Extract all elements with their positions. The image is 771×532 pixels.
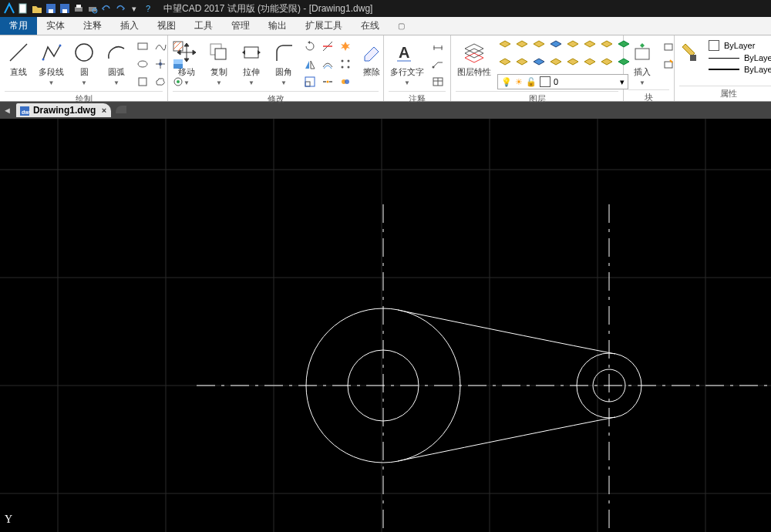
layer-freeze-icon[interactable] <box>582 56 598 72</box>
scale-icon[interactable] <box>302 74 318 89</box>
app-icon[interactable] <box>3 2 15 15</box>
print-icon[interactable] <box>72 2 85 15</box>
layer-properties-button[interactable]: 图层特性 <box>456 39 493 79</box>
layer-state-1-icon[interactable] <box>497 39 513 54</box>
circle-button[interactable]: 圆 ▼ <box>70 39 98 88</box>
close-icon[interactable]: × <box>102 106 106 115</box>
array-icon[interactable] <box>338 56 353 72</box>
svg-point-40 <box>327 81 329 83</box>
tab-common[interactable]: 常用 <box>0 17 37 35</box>
tab-overflow-icon[interactable]: ▢ <box>389 19 414 32</box>
trim-icon[interactable] <box>320 39 335 54</box>
explode-icon[interactable] <box>338 39 353 54</box>
layer-state-5-icon[interactable] <box>565 39 581 54</box>
stretch-button[interactable]: 拉伸 ▼ <box>237 39 265 88</box>
help-icon[interactable]: ? <box>142 2 154 15</box>
document-tab[interactable]: dwg Drawing1.dwg × <box>16 103 111 117</box>
rectangle-icon[interactable] <box>135 39 150 54</box>
undo-icon[interactable] <box>100 2 113 15</box>
block-icon <box>630 40 655 65</box>
move-icon <box>174 40 199 65</box>
insert-block-button[interactable]: 插入 ▼ <box>628 39 656 88</box>
polyline-button[interactable]: 多段线 ▼ <box>37 39 66 88</box>
linetype-bylayer-row[interactable]: ByLayer <box>709 53 771 62</box>
chevron-down-icon: ▼ <box>404 79 410 86</box>
tab-manage[interactable]: 管理 <box>222 17 259 35</box>
svg-rect-6 <box>76 5 81 8</box>
svg-point-32 <box>342 60 344 62</box>
copy-button[interactable]: 复制 ▼ <box>205 39 233 88</box>
tab-extend[interactable]: 扩展工具 <box>296 17 352 35</box>
tab-view[interactable]: 视图 <box>148 17 185 35</box>
mirror-icon[interactable] <box>302 56 318 72</box>
spline-icon[interactable] <box>153 39 168 54</box>
table-icon[interactable] <box>430 74 446 89</box>
qat-dropdown-icon[interactable]: ▾ <box>128 2 140 15</box>
layer-state-7-icon[interactable] <box>599 39 614 54</box>
layer-iso-icon[interactable] <box>497 56 513 72</box>
new-tab-icon[interactable] <box>114 103 128 118</box>
match-properties-button[interactable] <box>679 39 701 66</box>
rotate-icon[interactable] <box>302 39 318 54</box>
svg-point-48 <box>433 66 435 69</box>
layer-off-icon[interactable] <box>514 56 530 72</box>
layer-on-icon[interactable] <box>531 56 547 72</box>
save-as-icon[interactable] <box>59 2 71 15</box>
redo-icon[interactable] <box>114 2 126 15</box>
block-edit-icon[interactable] <box>661 56 676 72</box>
svg-point-10 <box>42 59 44 61</box>
svg-rect-55 <box>690 55 696 61</box>
panel-annotate: A 多行文字 ▼ 注释 <box>384 35 451 101</box>
tab-insert[interactable]: 插入 <box>111 17 148 35</box>
chevron-down-icon: ▼ <box>639 79 645 86</box>
polygon-icon[interactable] <box>135 74 150 89</box>
color-bylayer-row[interactable]: ByLayer <box>709 40 771 51</box>
lineweight-bylayer-row[interactable]: ByLayer <box>709 65 771 74</box>
layer-state-6-icon[interactable] <box>582 39 598 54</box>
layer-dropdown[interactable]: 💡 ☀ 🔓 0 ▾ <box>497 74 628 89</box>
fillet-button[interactable]: 圆角 ▼ <box>270 39 298 88</box>
block-create-icon[interactable] <box>661 39 676 54</box>
ellipse-icon[interactable] <box>135 56 150 72</box>
circle-icon <box>72 40 96 65</box>
mtext-button[interactable]: A 多行文字 ▼ <box>389 39 426 88</box>
layer-unlock-icon[interactable] <box>565 56 581 72</box>
chevron-down-icon: ▼ <box>248 79 254 86</box>
polyline-icon <box>39 40 64 65</box>
layer-state-2-icon[interactable] <box>514 39 530 54</box>
layer-thaw-icon[interactable] <box>599 56 614 72</box>
svg-rect-52 <box>635 49 649 59</box>
tab-output[interactable]: 输出 <box>259 17 296 35</box>
drawing-canvas[interactable]: Y <box>0 119 771 532</box>
layer-state-3-icon[interactable] <box>531 39 547 54</box>
save-icon[interactable] <box>45 2 57 15</box>
break-icon[interactable] <box>320 74 335 89</box>
print-preview-icon[interactable] <box>86 2 99 15</box>
chevron-down-icon: ▼ <box>216 79 222 86</box>
revcloud-icon[interactable] <box>153 74 168 89</box>
line-button[interactable]: 直线 <box>5 39 32 79</box>
tab-online[interactable]: 在线 <box>352 17 389 35</box>
join-icon[interactable] <box>338 74 353 89</box>
erase-button[interactable]: 擦除 <box>358 39 386 79</box>
window-title: 中望CAD 2017 试用版 (功能受限) - [Drawing1.dwg] <box>163 2 372 15</box>
arc-button[interactable]: 圆弧 ▼ <box>103 39 130 88</box>
layer-lock-icon[interactable] <box>548 56 564 72</box>
tab-scroll-left-icon[interactable]: ◄ <box>3 106 12 115</box>
open-icon[interactable] <box>31 2 43 15</box>
layer-state-4-icon[interactable] <box>548 39 564 54</box>
tab-tools[interactable]: 工具 <box>185 17 222 35</box>
svg-rect-28 <box>215 49 226 59</box>
point-icon[interactable] <box>153 56 168 72</box>
line-sample-icon <box>709 58 739 59</box>
tab-solid[interactable]: 实体 <box>37 17 74 35</box>
leader-icon[interactable] <box>430 56 446 72</box>
new-file-icon[interactable] <box>17 2 29 15</box>
chevron-down-icon: ▼ <box>49 79 55 86</box>
move-button[interactable]: 移动 ▼ <box>173 39 200 88</box>
dimension-icon[interactable] <box>430 39 446 54</box>
offset-icon[interactable] <box>320 56 335 72</box>
svg-rect-0 <box>19 4 26 13</box>
fillet-icon <box>271 40 296 65</box>
tab-annotate[interactable]: 注释 <box>74 17 111 35</box>
